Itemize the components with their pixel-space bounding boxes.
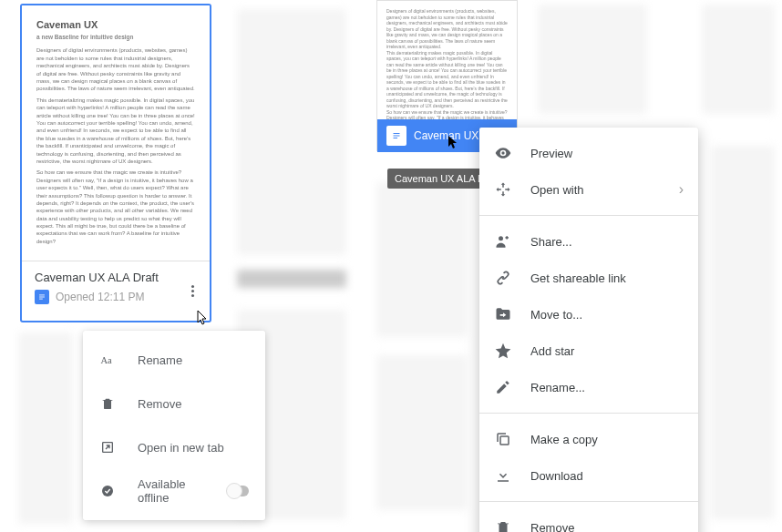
menu-item-remove[interactable]: Remove xyxy=(479,509,698,532)
google-docs-icon xyxy=(35,290,49,304)
svg-rect-8 xyxy=(394,138,398,138)
menu-item-share[interactable]: Share... xyxy=(479,223,698,260)
cursor-icon xyxy=(195,310,210,331)
copy-icon xyxy=(494,430,512,448)
menu-label: Remove xyxy=(138,397,181,411)
menu-item-rename[interactable]: Aa Rename xyxy=(83,338,265,382)
menu-label: Move to... xyxy=(530,308,582,322)
preview-icon xyxy=(494,144,512,162)
google-docs-icon xyxy=(386,126,406,146)
document-card[interactable]: Caveman UX a new Baseline for intuitive … xyxy=(20,4,211,322)
menu-item-add-star[interactable]: Add star xyxy=(479,332,698,369)
menu-label: Available offline xyxy=(138,477,206,505)
document-thumbnail: Designers of digital environments (produ… xyxy=(377,1,517,119)
folder-move-icon xyxy=(494,305,512,323)
card-context-menu: Aa Rename Remove Open in new tab Availab… xyxy=(83,331,265,520)
svg-point-9 xyxy=(499,236,503,240)
svg-rect-1 xyxy=(39,297,45,298)
link-icon xyxy=(494,269,512,287)
menu-item-move-to[interactable]: Move to... xyxy=(479,296,698,332)
rename-icon: Aa xyxy=(99,352,116,368)
rename-icon xyxy=(494,378,512,396)
menu-divider xyxy=(479,501,698,502)
menu-divider xyxy=(479,413,698,414)
menu-item-open-with[interactable]: Open with › xyxy=(479,171,698,208)
star-icon xyxy=(494,342,512,360)
svg-rect-10 xyxy=(500,436,509,445)
trash-icon xyxy=(494,518,512,532)
menu-label: Download xyxy=(530,469,583,483)
document-thumbnail: Caveman UX a new Baseline for intuitive … xyxy=(22,5,210,261)
menu-label: Preview xyxy=(530,147,572,160)
share-icon xyxy=(494,232,512,251)
menu-label: Rename xyxy=(138,353,182,367)
menu-item-make-copy[interactable]: Make a copy xyxy=(479,421,698,457)
menu-label: Open with xyxy=(530,183,584,197)
card-footer: Caveman UX ALA Draft Opened 12:11 PM xyxy=(22,261,210,313)
open-with-icon xyxy=(494,180,512,199)
menu-item-available-offline[interactable]: Available offline xyxy=(83,469,265,513)
menu-item-rename[interactable]: Rename... xyxy=(479,369,698,405)
trash-icon xyxy=(99,395,116,412)
menu-divider xyxy=(479,215,698,216)
menu-item-download[interactable]: Download xyxy=(479,457,698,494)
menu-label: Share... xyxy=(530,235,572,249)
offline-toggle[interactable] xyxy=(228,486,249,496)
menu-item-remove[interactable]: Remove xyxy=(83,382,265,425)
document-title: Caveman UX ALA Draft xyxy=(35,271,197,284)
offline-icon xyxy=(99,483,116,499)
preview-subtitle: a new Baseline for intuitive design xyxy=(36,33,195,41)
menu-item-shareable-link[interactable]: Get shareable link xyxy=(479,260,698,296)
svg-text:Aa: Aa xyxy=(101,355,113,365)
menu-label: Add star xyxy=(530,344,574,358)
more-options-button[interactable] xyxy=(184,282,201,299)
menu-item-open-new-tab[interactable]: Open in new tab xyxy=(83,425,265,469)
svg-point-5 xyxy=(102,486,113,496)
svg-rect-6 xyxy=(394,133,400,134)
svg-rect-0 xyxy=(39,295,45,296)
chevron-right-icon: › xyxy=(679,181,684,198)
menu-label: Rename... xyxy=(530,381,585,394)
menu-label: Open in new tab xyxy=(138,441,224,455)
preview-title: Caveman UX xyxy=(36,18,195,32)
download-icon xyxy=(494,466,512,485)
menu-item-preview[interactable]: Preview xyxy=(479,135,698,171)
menu-label: Make a copy xyxy=(530,433,598,446)
svg-rect-2 xyxy=(39,299,43,300)
cursor-icon xyxy=(447,135,459,154)
open-new-tab-icon xyxy=(99,439,116,455)
svg-rect-7 xyxy=(394,136,400,137)
menu-label: Remove xyxy=(530,521,574,533)
file-context-menu: Preview Open with › Share... Get shareab… xyxy=(479,128,698,532)
opened-time: Opened 12:11 PM xyxy=(56,291,144,303)
menu-label: Get shareable link xyxy=(530,271,626,285)
